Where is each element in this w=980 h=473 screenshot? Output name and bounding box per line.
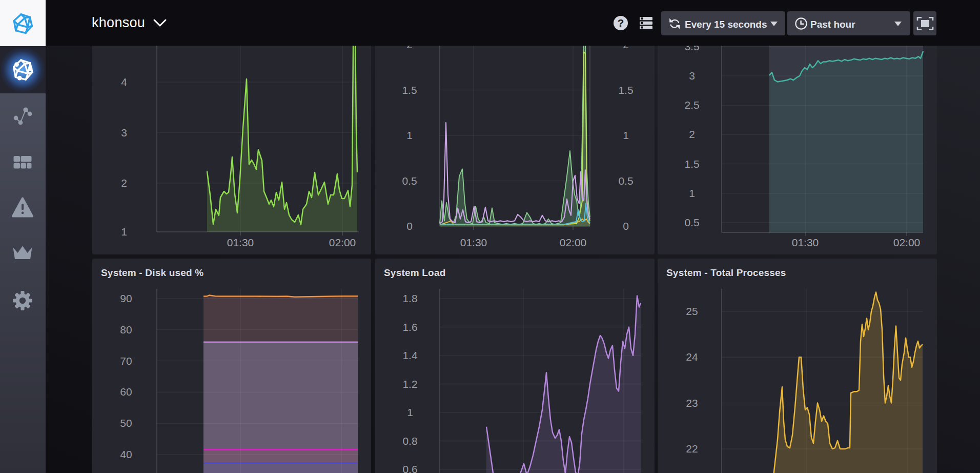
svg-text:80: 80 xyxy=(120,324,132,336)
svg-text:01:30: 01:30 xyxy=(792,236,819,248)
svg-text:50: 50 xyxy=(120,417,132,429)
svg-text:0.5: 0.5 xyxy=(618,175,633,187)
svg-text:0.8: 0.8 xyxy=(402,435,417,447)
svg-text:0.5: 0.5 xyxy=(684,216,699,228)
svg-text:22: 22 xyxy=(686,443,698,455)
svg-text:2: 2 xyxy=(121,177,127,189)
svg-text:0.5: 0.5 xyxy=(402,175,417,187)
svg-text:1: 1 xyxy=(623,129,629,141)
svg-text:1.6: 1.6 xyxy=(402,321,417,333)
svg-text:0: 0 xyxy=(406,220,413,232)
svg-text:02:00: 02:00 xyxy=(329,236,356,248)
svg-text:1.5: 1.5 xyxy=(684,158,699,170)
svg-text:1.2: 1.2 xyxy=(402,378,417,390)
svg-text:01:30: 01:30 xyxy=(460,236,487,248)
svg-text:3: 3 xyxy=(121,127,127,139)
svg-text:60: 60 xyxy=(120,386,132,398)
svg-text:1.8: 1.8 xyxy=(402,292,417,304)
svg-text:01:30: 01:30 xyxy=(227,236,254,248)
svg-text:1: 1 xyxy=(406,129,413,141)
svg-text:1: 1 xyxy=(407,406,413,418)
svg-text:25: 25 xyxy=(686,305,698,317)
svg-text:02:00: 02:00 xyxy=(893,236,921,248)
svg-text:1.5: 1.5 xyxy=(618,84,633,96)
svg-text:1: 1 xyxy=(121,226,127,238)
svg-text:0: 0 xyxy=(623,220,629,232)
svg-text:3: 3 xyxy=(689,70,695,82)
svg-text:1: 1 xyxy=(689,187,695,199)
svg-text:1.5: 1.5 xyxy=(402,84,417,96)
svg-text:70: 70 xyxy=(120,355,132,367)
svg-text:4: 4 xyxy=(121,76,127,88)
svg-text:24: 24 xyxy=(686,351,698,363)
svg-text:90: 90 xyxy=(120,292,132,304)
svg-text:2: 2 xyxy=(689,128,695,140)
svg-text:0.6: 0.6 xyxy=(402,463,417,473)
svg-text:40: 40 xyxy=(120,448,132,460)
svg-text:02:00: 02:00 xyxy=(560,236,587,248)
svg-text:1.4: 1.4 xyxy=(402,349,418,361)
svg-text:2.5: 2.5 xyxy=(684,99,699,111)
svg-text:23: 23 xyxy=(686,397,698,409)
